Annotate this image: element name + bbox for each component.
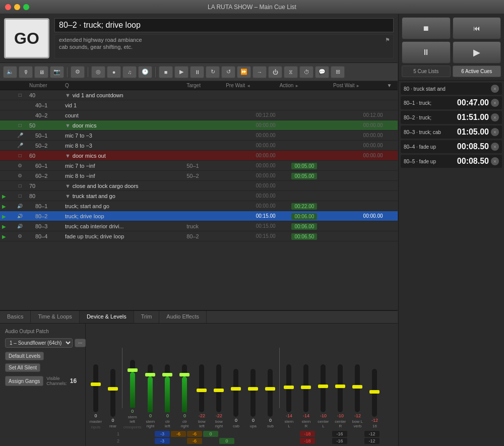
fader-thumb[interactable]	[162, 373, 172, 376]
input-value-cell[interactable]: -18	[300, 431, 315, 437]
minimize-button[interactable]	[14, 4, 20, 10]
fwd-btn[interactable]: ⏩	[237, 66, 251, 78]
table-row[interactable]: ▶🔊80–2truck; drive loop00:15.0000:06.000…	[0, 211, 398, 221]
fader-track[interactable]	[233, 369, 238, 417]
speaker-btn[interactable]: 🔈	[3, 66, 17, 78]
table-row[interactable]: 40–1vid 1	[0, 100, 398, 110]
fader-thumb[interactable]	[179, 373, 190, 376]
fader-track[interactable]	[303, 364, 308, 412]
input-value-cell[interactable]: -18	[300, 438, 315, 444]
active-cue-close-btn[interactable]: ×	[491, 99, 499, 107]
grid-btn[interactable]: ⊞	[331, 66, 345, 78]
fader-thumb[interactable]	[108, 387, 118, 391]
input-value-cell[interactable]: -6	[171, 431, 186, 437]
fader-thumb[interactable]	[145, 373, 155, 376]
fader-thumb[interactable]	[352, 385, 362, 389]
active-cue-close-btn[interactable]: ×	[491, 113, 499, 121]
tab-active-cues[interactable]: 6 Active Cues	[453, 66, 501, 77]
input-value-cell[interactable]: -12	[364, 431, 380, 437]
mic-btn[interactable]: 🎙	[19, 66, 33, 78]
power-btn[interactable]: ⏻	[268, 66, 282, 78]
fader-track[interactable]	[110, 369, 115, 417]
table-row[interactable]: 🎤50–1mic 7 to −300:00.0000:00.00	[0, 131, 398, 141]
go-button[interactable]: GO	[4, 18, 49, 58]
fader-track[interactable]	[355, 364, 360, 412]
close-button[interactable]	[5, 4, 11, 10]
table-row[interactable]: □70▼close and lock cargo doors00:00.00	[0, 181, 398, 191]
fader-thumb[interactable]	[265, 387, 275, 391]
fader-track[interactable]	[268, 369, 273, 417]
monitor-btn[interactable]: 🖥	[34, 66, 48, 78]
tab-cue-lists[interactable]: 5 Cue Lists	[402, 66, 451, 77]
fader-thumb[interactable]	[301, 386, 311, 389]
col-postwait-header[interactable]: Post Wait ►	[331, 81, 385, 90]
fader-thumb[interactable]	[248, 387, 258, 391]
fader-thumb[interactable]	[91, 383, 101, 386]
fader-thumb[interactable]	[128, 368, 138, 372]
tab-device-levels[interactable]: Device & Levels	[80, 311, 134, 323]
go2-btn[interactable]: →	[253, 66, 267, 78]
rewind2-btn[interactable]: ↺	[221, 66, 235, 78]
input-value-cell[interactable]: -6	[187, 431, 202, 437]
table-row[interactable]: ▶⚙80–4fade up truck; drive loop80–200:15…	[0, 231, 398, 241]
clock-btn[interactable]: 🕐	[138, 66, 152, 78]
fader-track[interactable]	[321, 364, 326, 412]
tab-time-loops[interactable]: Time & Loops	[31, 311, 79, 323]
input-value-cell[interactable]: 0	[203, 431, 218, 437]
fader-track[interactable]	[216, 364, 221, 412]
active-cue-close-btn[interactable]: ×	[491, 85, 499, 93]
table-row[interactable]: ▶🔊80–3truck; cab interior drivi...truck0…	[0, 221, 398, 231]
active-cue-item[interactable]: 80–1 · truck;00:47.00×	[401, 96, 502, 109]
col-q-header[interactable]: Q	[63, 81, 184, 90]
pause-transport-btn[interactable]: ⏸	[402, 41, 451, 63]
active-cue-item[interactable]: 80–5 · fade up00:08.50×	[401, 155, 502, 168]
input-value-cell[interactable]: -6	[187, 438, 202, 444]
play-btn[interactable]: ▶	[174, 66, 188, 78]
stop-btn[interactable]: ■	[159, 66, 173, 78]
stop-transport-btn[interactable]: ■	[402, 17, 451, 39]
audio-options-btn[interactable]: ···	[75, 339, 86, 347]
chat-btn[interactable]: 💬	[315, 66, 329, 78]
fader-track[interactable]	[250, 369, 256, 417]
fader-thumb[interactable]	[369, 390, 380, 394]
input-value-cell[interactable]: -16	[332, 438, 347, 444]
set-all-silent-btn[interactable]: Set All Silent	[5, 363, 40, 372]
table-row[interactable]: 🎤50–2mic 8 to −300:00.0000:00.00	[0, 141, 398, 151]
fader-track[interactable]	[165, 364, 170, 412]
fader-thumb[interactable]	[197, 389, 207, 392]
fader-track[interactable]	[199, 364, 204, 412]
col-action-header[interactable]: Action ►	[278, 81, 331, 90]
active-cue-item[interactable]: 80–4 · fade up00:08.50×	[401, 140, 502, 153]
active-cue-item[interactable]: 80–3 · truck; cab01:05.00×	[401, 125, 502, 139]
assign-gangs-btn[interactable]: Assign Gangs	[5, 376, 43, 386]
table-row[interactable]: 40–2count00:12.0000:12.00	[0, 110, 398, 120]
fader-track[interactable]	[338, 364, 343, 412]
table-row[interactable]: ▶□80▼truck start and go00:00.00	[0, 191, 398, 201]
rewind-transport-btn[interactable]: ⏮	[453, 17, 501, 39]
tab-audio-effects[interactable]: Audio Effects	[159, 311, 207, 323]
col-target-header[interactable]: Target	[184, 81, 224, 90]
table-row[interactable]: ▶🔊80–1truck; start and go00:00.0000:22.0…	[0, 201, 398, 211]
active-cue-close-btn[interactable]: ×	[491, 157, 499, 165]
col-prewait-header[interactable]: Pre Wait ◄	[224, 81, 277, 90]
fader-track[interactable]	[148, 364, 153, 412]
music-btn[interactable]: ♫	[122, 66, 137, 78]
default-levels-btn[interactable]: Default Levels	[5, 352, 44, 360]
mixer-btn[interactable]: ⚙	[71, 66, 85, 78]
fader-track[interactable]	[93, 364, 98, 412]
table-row[interactable]: □60▼door mics out00:00.0000:00.00	[0, 151, 398, 161]
input-value-cell[interactable]: -12	[364, 438, 380, 444]
active-cues-list[interactable]: 80 · truck start and×80–1 · truck;00:47.…	[399, 81, 504, 446]
maximize-button[interactable]	[23, 4, 29, 10]
fader-thumb[interactable]	[231, 387, 241, 391]
input-value-cell[interactable]: -3	[155, 431, 170, 437]
audio-output-select[interactable]: 1 – Soundflower (64ch)	[5, 338, 73, 348]
play-transport-btn[interactable]: ▶	[453, 41, 501, 63]
tab-basics[interactable]: Basics	[0, 311, 31, 323]
active-cue-close-btn[interactable]: ×	[491, 128, 499, 136]
fader-thumb[interactable]	[214, 389, 224, 392]
fader-thumb[interactable]	[335, 385, 345, 388]
input-value-cell[interactable]: -3	[155, 438, 170, 444]
tab-trim[interactable]: Trim	[134, 311, 160, 323]
table-row[interactable]: □40▼vid 1 and countdown	[0, 90, 398, 100]
